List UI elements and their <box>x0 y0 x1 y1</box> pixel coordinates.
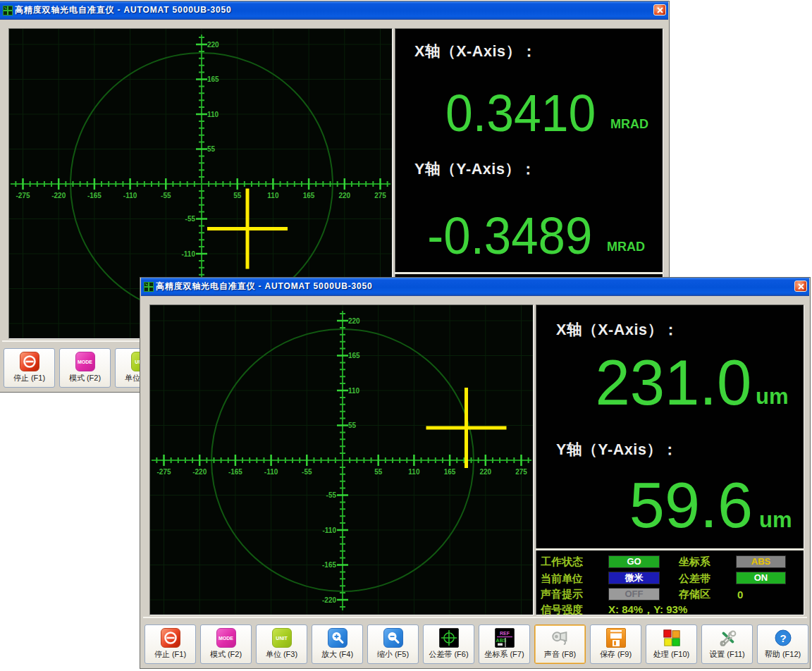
svg-text:110: 110 <box>408 468 420 476</box>
svg-text:165: 165 <box>207 75 219 83</box>
svg-text:REF: REF <box>500 631 510 636</box>
svg-text:55: 55 <box>207 145 216 153</box>
svg-text:-220: -220 <box>51 192 66 199</box>
svg-text:-165: -165 <box>322 561 336 569</box>
svg-text:-110: -110 <box>182 250 196 258</box>
svg-text:220: 220 <box>338 192 350 199</box>
svg-text:220: 220 <box>207 41 219 49</box>
svg-text:-220: -220 <box>192 468 207 476</box>
svg-text:110: 110 <box>207 111 219 118</box>
svg-text:-220: -220 <box>322 596 336 604</box>
svg-text:110: 110 <box>267 192 279 199</box>
svg-text:220: 220 <box>348 317 360 325</box>
svg-text:-55: -55 <box>302 468 312 476</box>
svg-text:55: 55 <box>348 421 357 429</box>
svg-text:-110: -110 <box>323 527 337 534</box>
svg-text:-110: -110 <box>123 192 137 199</box>
svg-text:220: 220 <box>479 468 491 476</box>
svg-text:-165: -165 <box>87 192 102 199</box>
svg-text:275: 275 <box>515 468 527 476</box>
svg-text:-275: -275 <box>156 468 171 476</box>
svg-text:165: 165 <box>444 468 456 476</box>
svg-text:165: 165 <box>348 352 360 359</box>
svg-text:-55: -55 <box>161 192 171 199</box>
svg-text:55: 55 <box>233 192 242 199</box>
svg-text:-165: -165 <box>228 468 242 476</box>
svg-text:-55: -55 <box>326 491 337 499</box>
svg-text:?: ? <box>780 632 786 644</box>
svg-text:55: 55 <box>374 468 383 476</box>
svg-text:-110: -110 <box>264 468 278 476</box>
svg-text:275: 275 <box>374 192 386 199</box>
svg-text:110: 110 <box>348 387 360 395</box>
svg-text:-275: -275 <box>16 192 30 199</box>
svg-text:165: 165 <box>303 192 315 199</box>
svg-text:-55: -55 <box>185 215 196 223</box>
